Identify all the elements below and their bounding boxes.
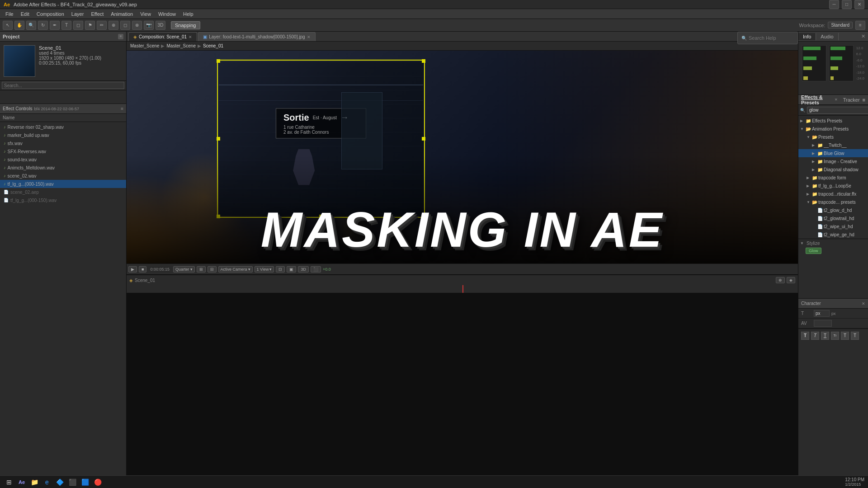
- tree-t2-wipe-ge[interactable]: ▶ 📄 t2_wipe_ge_hd: [798, 230, 868, 239]
- tool-clone[interactable]: ⊕: [108, 21, 118, 30]
- file-item-6[interactable]: ♪ scene_02.wav: [0, 172, 126, 180]
- comp-tab-0[interactable]: ◈ Composition: Scene_01 ✕: [128, 32, 197, 41]
- info-tab-info[interactable]: Info: [798, 33, 816, 40]
- tree-tc-presets[interactable]: ▼ 📂 trapcode... presets: [798, 198, 868, 206]
- playhead[interactable]: [462, 285, 463, 293]
- taskbar-app2-icon[interactable]: 🔷: [54, 477, 65, 488]
- 3d-button[interactable]: 3D: [298, 266, 309, 272]
- taskbar-folder-icon[interactable]: 📁: [29, 477, 40, 488]
- taskbar-app3-icon[interactable]: ⬛: [67, 477, 78, 488]
- tool-3d[interactable]: 3D: [156, 21, 165, 30]
- menu-layer[interactable]: Layer: [68, 10, 88, 18]
- tool-hand[interactable]: ✋: [14, 21, 24, 30]
- tool-brush[interactable]: ✏: [97, 21, 107, 30]
- tool-rotate[interactable]: ↻: [38, 21, 48, 30]
- file-item-4[interactable]: ♪ sound-tex.wav: [0, 155, 126, 164]
- view-options-button[interactable]: ⊡: [276, 266, 285, 272]
- char-tracking-input[interactable]: [814, 320, 832, 327]
- comp-tab-close-1[interactable]: ✕: [307, 35, 311, 39]
- tree-t2-wipe-ui[interactable]: ▶ 📄 t2_wipe_ui_hd: [798, 222, 868, 230]
- bold-button[interactable]: T: [801, 332, 809, 340]
- info-tab-audio[interactable]: Audio: [816, 33, 838, 40]
- file-item-9[interactable]: 📄 tf_lg_g...(000-150).wav: [0, 196, 126, 204]
- grid-button[interactable]: ⊞: [197, 266, 206, 272]
- maximize-button[interactable]: □: [842, 0, 852, 9]
- tree-blue-glow[interactable]: ▶ 📁 Blue Glow: [798, 149, 868, 157]
- info-panel-close[interactable]: ✕: [859, 33, 868, 40]
- tool-zoom[interactable]: 🔍: [26, 21, 36, 30]
- file-item-7[interactable]: ♪ tf_lg_g...(000-150).wav: [0, 180, 126, 188]
- view-dropdown[interactable]: 1 View ▾: [255, 266, 274, 272]
- file-item-5[interactable]: ♪ Animcts_Meltdown.wav: [0, 164, 126, 172]
- workspace-select[interactable]: Standard: [828, 22, 853, 28]
- breadcrumb-0[interactable]: Master_Scene: [130, 43, 159, 48]
- tree-diag-shadow[interactable]: ▶ 📁 Diagonal shadow: [798, 165, 868, 174]
- smallcaps-button[interactable]: Tr: [831, 332, 839, 340]
- taskbar-ae-icon[interactable]: Ae: [16, 477, 27, 488]
- italic-button[interactable]: T: [811, 332, 819, 340]
- taskbar-ie-icon[interactable]: e: [42, 477, 52, 488]
- file-item-3[interactable]: ♪ SFX-Reverses.wav: [0, 147, 126, 155]
- superscript-button[interactable]: T: [841, 332, 849, 340]
- char-panel-close[interactable]: ✕: [862, 301, 865, 306]
- tl-btn-1[interactable]: ◈: [787, 277, 795, 283]
- workspace-options-button[interactable]: ≡: [855, 21, 865, 30]
- tool-camera[interactable]: 📷: [144, 21, 154, 30]
- file-item-2[interactable]: ♪ sfx.wav: [0, 139, 126, 147]
- render-button[interactable]: ▣: [287, 266, 296, 272]
- underline-button[interactable]: T: [821, 332, 829, 340]
- menu-animation[interactable]: Animation: [107, 10, 137, 18]
- snapping-button[interactable]: Snapping: [171, 21, 200, 29]
- ep-panel-close[interactable]: ≡: [863, 97, 865, 103]
- menu-effect[interactable]: Effect: [87, 10, 107, 18]
- project-panel-close[interactable]: ≡: [118, 34, 123, 39]
- handle-mb[interactable]: [319, 215, 323, 218]
- char-size-input[interactable]: [814, 310, 830, 317]
- ep-effects-presets-tab[interactable]: Effects & Presets: [801, 95, 831, 105]
- effects-controls-close[interactable]: ≡: [121, 106, 123, 111]
- ep-tracker-tab[interactable]: Tracker: [843, 97, 860, 103]
- handle-bl[interactable]: [217, 215, 220, 218]
- handle-tr[interactable]: [422, 59, 425, 63]
- menu-edit[interactable]: Edit: [17, 10, 33, 18]
- camera-dropdown[interactable]: Active Camera ▾: [218, 266, 253, 272]
- file-item-0[interactable]: ♪ Reverse riser 02_sharp.wav: [0, 123, 126, 131]
- taskbar-app5-icon[interactable]: 🔴: [92, 477, 103, 488]
- tl-btn-0[interactable]: ⊕: [776, 277, 785, 283]
- tree-effects-presets[interactable]: ▶ 📁 Effects Presets: [798, 117, 868, 125]
- tool-shape[interactable]: ◻: [73, 21, 83, 30]
- minimize-button[interactable]: ─: [829, 0, 839, 9]
- tool-roto[interactable]: ⊗: [132, 21, 142, 30]
- tool-text[interactable]: T: [61, 21, 71, 30]
- comp-tab-close-0[interactable]: ✕: [189, 35, 192, 39]
- tool-puppet[interactable]: ⚑: [85, 21, 95, 30]
- tool-select[interactable]: ↖: [3, 21, 13, 30]
- project-search-input[interactable]: [2, 82, 124, 89]
- taskbar-app4-icon[interactable]: 🟦: [80, 477, 90, 488]
- zoom-dropdown[interactable]: Quarter ▾: [173, 266, 195, 272]
- menu-help[interactable]: Help: [179, 10, 197, 18]
- tree-tf-lg[interactable]: ▶ 📁 tf_lg_g...LoopSe: [798, 182, 868, 190]
- guides-button[interactable]: ⊟: [208, 266, 217, 272]
- tree-image-creative[interactable]: ▶ 📁 Image - Creative: [798, 157, 868, 165]
- ep-search-input[interactable]: [807, 107, 868, 114]
- file-item-8[interactable]: 📄 scene_02.aep: [0, 188, 126, 196]
- play-button[interactable]: ▶: [128, 266, 137, 272]
- tree-presets-folder[interactable]: ▼ 📂 Presets: [798, 133, 868, 141]
- tree-animation-presets[interactable]: ▼ 📂 Animation Presets: [798, 125, 868, 133]
- handle-ml[interactable]: [217, 137, 220, 141]
- search-help-input[interactable]: [749, 35, 794, 41]
- handle-tl[interactable]: [217, 59, 220, 63]
- pixel-button[interactable]: ⬛: [311, 266, 321, 272]
- breadcrumb-1[interactable]: Master_Scene: [166, 43, 195, 48]
- tree-t2-glotrail[interactable]: ▶ 📄 t2_glowtrail_hd: [798, 214, 868, 222]
- tool-pen[interactable]: ✒: [50, 21, 60, 30]
- subscript-button[interactable]: T: [851, 332, 859, 340]
- handle-br[interactable]: [422, 215, 425, 218]
- close-button[interactable]: ✕: [854, 0, 864, 9]
- tree-t2-glow-d[interactable]: ▶ 📄 t2_glow_d_hd: [798, 206, 868, 214]
- taskbar-start-icon[interactable]: ⊞: [4, 477, 14, 488]
- tree-twitch[interactable]: ▶ 📁 __Twitch__: [798, 141, 868, 149]
- menu-view[interactable]: View: [137, 10, 155, 18]
- tree-tc-particular[interactable]: ▶ 📁 trapcod...rticular.ffx: [798, 190, 868, 198]
